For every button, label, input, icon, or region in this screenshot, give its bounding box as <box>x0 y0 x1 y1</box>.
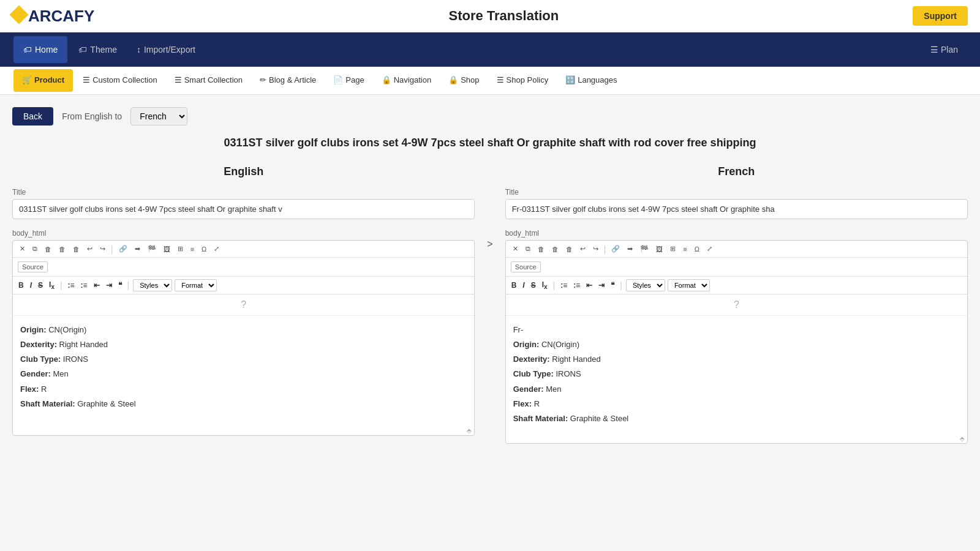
french-rte-format-bar: B I S Ix | :≡ :≡ ⇤ ⇥ ❝ | Styles Format <box>506 277 967 294</box>
rte-indent-btn[interactable]: ⇥ <box>104 280 114 290</box>
subnav-item-custom-collection[interactable]: ☰ Custom Collection <box>74 69 166 92</box>
english-rte-toolbar2: Source <box>13 258 474 277</box>
sidebar-item-theme[interactable]: 🏷 Theme <box>69 36 127 63</box>
rte-ol-btn[interactable]: :≡ <box>66 280 77 290</box>
fr-rte-anchor-btn[interactable]: 🏁 <box>637 243 652 255</box>
fr-rte-hr-btn[interactable]: ≡ <box>680 244 690 255</box>
fr-rte-undo-btn[interactable]: ↩ <box>577 243 589 255</box>
rte-paste-btn[interactable]: 🗑 <box>42 244 55 255</box>
rte-unlink-btn[interactable]: ➡ <box>132 243 143 255</box>
rte-italic-btn[interactable]: I <box>28 280 34 290</box>
support-button[interactable]: Support <box>913 6 968 26</box>
subnav-item-navigation[interactable]: 🔒 Navigation <box>373 69 440 92</box>
fr-rte-paste-btn[interactable]: 🗑 <box>535 244 548 255</box>
rte-special-btn[interactable]: Ω <box>198 244 209 255</box>
fr-rte-styles-dropdown[interactable]: Styles <box>626 279 665 291</box>
subnav-item-languages[interactable]: 🔡 Languages <box>557 69 625 92</box>
rte-link-btn[interactable]: 🔗 <box>116 243 130 255</box>
subnav-item-blog-article[interactable]: ✏ Blog & Article <box>251 69 325 92</box>
french-rte-toolbar: ✕ ⧉ 🗑 🗑 🗑 ↩ ↪ | 🔗 ➡ 🏁 🖼 ⊞ ≡ Ω ⤢ <box>506 241 967 258</box>
subnav-navigation-label: Navigation <box>394 75 431 84</box>
subnav-item-shop[interactable]: 🔒 Shop <box>440 69 488 92</box>
subnav-item-product[interactable]: 🛒 Product <box>13 69 73 92</box>
rte-paste-word-btn[interactable]: 🗑 <box>70 244 83 255</box>
languages-icon: 🔡 <box>565 75 575 84</box>
fr-rte-format-dropdown[interactable]: Format <box>668 279 710 291</box>
fr-rte-link-btn[interactable]: 🔗 <box>608 243 623 255</box>
english-rte-content[interactable]: Origin: CN(Origin) Dexterity: Right Hand… <box>13 316 474 426</box>
french-title-input[interactable] <box>505 199 968 219</box>
sidebar-item-import-export[interactable]: ↕ Import/Export <box>127 36 205 63</box>
subnav-item-shop-policy[interactable]: ☰ Shop Policy <box>488 69 557 92</box>
right-arrow-icon: > <box>487 239 492 250</box>
fr-rte-ul-btn[interactable]: :≡ <box>571 280 582 290</box>
fr-rte-cut-btn[interactable]: ✕ <box>510 243 521 255</box>
rte-outdent-btn[interactable]: ⇤ <box>92 280 102 290</box>
english-title-input[interactable] <box>12 199 475 219</box>
english-source-btn[interactable]: Source <box>18 261 48 272</box>
french-title-label: Title <box>505 188 968 197</box>
back-button[interactable]: Back <box>12 107 53 126</box>
fr-rte-indent-btn[interactable]: ⇥ <box>597 280 606 290</box>
french-title-row <box>505 199 968 219</box>
rte-table-btn[interactable]: ⊞ <box>175 243 186 255</box>
subnav-item-smart-collection[interactable]: ☰ Smart Collection <box>166 69 251 92</box>
fr-rte-bold-btn[interactable]: B <box>510 280 519 290</box>
rte-redo-btn[interactable]: ↪ <box>97 243 108 255</box>
custom-collection-icon: ☰ <box>83 75 90 84</box>
rte-paste-text-btn[interactable]: 🗑 <box>56 244 69 255</box>
nav-plan[interactable]: ☰ Plan <box>921 36 968 63</box>
rte-subscript-btn[interactable]: Ix <box>47 280 56 291</box>
fr-rte-maximize-btn[interactable]: ⤢ <box>704 243 715 255</box>
french-column: French Title body_html ✕ ⧉ 🗑 🗑 🗑 ↩ ↪ | 🔗… <box>505 165 968 444</box>
fr-rte-redo-btn[interactable]: ↪ <box>590 243 601 255</box>
rte-copy-btn[interactable]: ⧉ <box>29 243 40 255</box>
english-column: English Title body_html ✕ ⧉ 🗑 🗑 🗑 ↩ ↪ | … <box>12 165 475 436</box>
fr-rte-italic-btn[interactable]: I <box>521 280 526 290</box>
language-select[interactable]: French Spanish German <box>130 107 187 126</box>
rte-sep1: | <box>111 244 113 254</box>
french-rte-content[interactable]: Fr- Origin: CN(Origin) Dexterity: Right … <box>506 316 967 434</box>
rte-strike-btn[interactable]: S <box>36 280 45 290</box>
rte-undo-btn[interactable]: ↩ <box>84 243 96 255</box>
fr-rte-ol-btn[interactable]: :≡ <box>559 280 569 290</box>
rte-styles-dropdown[interactable]: Styles <box>133 279 172 291</box>
subnav-page-label: Page <box>345 75 364 84</box>
fr-rte-copy-btn[interactable]: ⧉ <box>522 243 533 255</box>
sidebar-item-home[interactable]: 🏷 Home <box>13 36 67 63</box>
english-rte-format-bar: B I S Ix | :≡ :≡ ⇤ ⇥ ❝ | Styles Format <box>13 277 474 294</box>
subnav-item-page[interactable]: 📄 Page <box>325 69 372 92</box>
fr-rte-blockquote-btn[interactable]: ❝ <box>609 280 616 290</box>
subnav-shop-label: Shop <box>461 75 479 84</box>
fr-rte-strike-btn[interactable]: S <box>529 280 538 290</box>
fr-rte-table-btn[interactable]: ⊞ <box>667 243 679 255</box>
french-rte-resize: ⬘ <box>506 434 967 443</box>
product-title: 0311ST silver golf clubs irons set 4-9W … <box>12 135 968 151</box>
subnav: 🛒 Product ☰ Custom Collection ☰ Smart Co… <box>0 67 980 95</box>
rte-format-dropdown[interactable]: Format <box>175 279 217 291</box>
subnav-smart-label: Smart Collection <box>184 75 243 84</box>
rte-cut-btn[interactable]: ✕ <box>17 243 28 255</box>
fr-rte-special-btn[interactable]: Ω <box>692 244 703 255</box>
nav-home-label: Home <box>35 45 58 54</box>
rte-image-btn[interactable]: 🖼 <box>160 244 173 255</box>
fr-rte-image-btn[interactable]: 🖼 <box>653 244 666 255</box>
fr-rte-paste-word-btn[interactable]: 🗑 <box>563 244 576 255</box>
rte-bold-btn[interactable]: B <box>17 280 26 290</box>
rte-ul-btn[interactable]: :≡ <box>79 280 89 290</box>
shop-policy-icon: ☰ <box>497 75 504 84</box>
editor-row: English Title body_html ✕ ⧉ 🗑 🗑 🗑 ↩ ↪ | … <box>12 165 968 444</box>
fr-rte-paste-text-btn[interactable]: 🗑 <box>549 244 562 255</box>
rte-maximize-btn[interactable]: ⤢ <box>211 243 222 255</box>
french-source-btn[interactable]: Source <box>511 261 541 272</box>
english-title-row <box>12 199 475 219</box>
french-body-label: body_html <box>505 229 968 238</box>
fr-rte-unlink-btn[interactable]: ➡ <box>624 243 636 255</box>
rte-anchor-btn[interactable]: 🏁 <box>145 243 159 255</box>
product-icon: 🛒 <box>22 75 32 84</box>
rte-blockquote-btn[interactable]: ❝ <box>116 280 124 290</box>
resize-icon: ⬘ <box>467 427 472 434</box>
fr-rte-subscript-btn[interactable]: Ix <box>540 280 549 291</box>
fr-rte-outdent-btn[interactable]: ⇤ <box>584 280 594 290</box>
rte-hr-btn[interactable]: ≡ <box>187 244 197 255</box>
